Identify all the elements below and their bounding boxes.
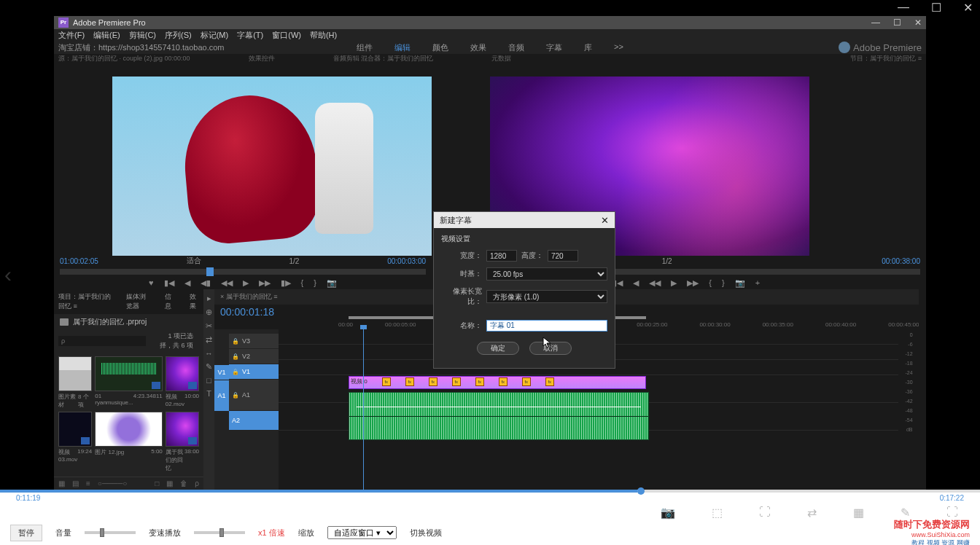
volume-slider[interactable] xyxy=(85,531,136,534)
project-item[interactable]: 属于我们的回忆38:00 xyxy=(166,412,199,472)
height-input[interactable] xyxy=(548,250,578,262)
info-tab[interactable]: 信息 xyxy=(165,292,174,311)
close-icon[interactable]: ✕ xyxy=(914,17,922,28)
lock-icon[interactable]: 🔒 xyxy=(232,392,239,399)
overwrite-icon[interactable]: } xyxy=(314,278,316,287)
switch-video-button[interactable]: 切换视频 xyxy=(410,528,442,538)
title-name-input[interactable] xyxy=(486,320,607,332)
step-back-icon[interactable]: ◀◀ xyxy=(649,278,661,288)
os-maximize-icon[interactable]: ☐ xyxy=(931,1,941,15)
dialog-title-bar[interactable]: 新建字幕 ✕ xyxy=(434,212,615,228)
expand-icon[interactable]: ⛶ xyxy=(946,506,958,519)
lock-icon[interactable]: 🔒 xyxy=(232,338,239,345)
os-minimize-icon[interactable]: — xyxy=(898,1,909,14)
zoom-select[interactable]: 自适应窗口 ▾ xyxy=(327,526,397,539)
menu-edit[interactable]: 编辑(E) xyxy=(93,30,120,41)
new-item-icon[interactable]: ▦ xyxy=(166,479,173,487)
hand-tool-icon[interactable]: □ xyxy=(206,376,211,385)
lock-icon[interactable]: 🔒 xyxy=(232,353,239,360)
in-point-icon[interactable]: ▮◀ xyxy=(164,278,174,288)
menu-marker[interactable]: 标记(M) xyxy=(201,30,229,41)
ok-button[interactable]: 确定 xyxy=(477,342,519,355)
ws-tab-audio[interactable]: 音频 xyxy=(508,42,524,53)
list-view-icon[interactable]: ▦ xyxy=(58,479,65,487)
track-v1-header[interactable]: 🔒V1 xyxy=(229,364,279,379)
project-item[interactable]: 视频 02.mov10:00 xyxy=(166,356,199,409)
step-fwd-icon[interactable]: ▶▶ xyxy=(259,278,271,288)
crop-icon[interactable]: ⬚ xyxy=(712,506,723,519)
effect-controls-tab[interactable]: 效果控件 xyxy=(249,54,275,63)
effects-tab[interactable]: 效果 xyxy=(190,292,199,311)
project-tab[interactable]: 项目：属于我们的回忆 ≡ xyxy=(58,292,112,311)
speed-slider[interactable] xyxy=(194,531,245,534)
new-bin-icon[interactable]: □ xyxy=(155,479,159,487)
step-back-icon[interactable]: ◀◀ xyxy=(221,278,233,288)
export-frame-icon[interactable]: 📷 xyxy=(327,278,337,288)
volume-rubber-band[interactable] xyxy=(357,407,641,407)
freeform-icon[interactable]: ≡ xyxy=(86,479,90,487)
project-item[interactable]: 01 ryanmusique...4:23.34811 xyxy=(95,356,163,409)
minimize-icon[interactable]: — xyxy=(871,17,880,28)
slip-tool-icon[interactable]: ↔ xyxy=(205,349,213,358)
player-progress-bar[interactable] xyxy=(0,490,980,493)
ws-tab-color[interactable]: 颜色 xyxy=(432,42,448,53)
out-point-icon[interactable]: ◀ xyxy=(633,278,639,288)
marker-icon[interactable]: ♥ xyxy=(149,278,154,287)
source-scrub-handle[interactable] xyxy=(206,267,214,276)
step-fwd-icon[interactable]: ▶▶ xyxy=(687,278,699,288)
ws-tab-editing[interactable]: 编辑 xyxy=(394,42,411,53)
os-close-icon[interactable]: ✕ xyxy=(963,1,973,15)
volume-knob[interactable] xyxy=(100,528,104,537)
icon-view-icon[interactable]: ▤ xyxy=(72,479,79,487)
source-preview-image[interactable] xyxy=(112,77,432,256)
timebase-select[interactable]: 25.00 fps xyxy=(486,267,607,281)
audio-mixer-tab[interactable]: 音频剪辑 混合器：属于我们的回忆 xyxy=(333,54,434,63)
selection-tool-icon[interactable]: ▸ xyxy=(207,294,211,303)
project-search-input[interactable] xyxy=(58,336,146,346)
audio-clip[interactable] xyxy=(349,392,649,440)
dialog-close-icon[interactable]: ✕ xyxy=(601,215,609,226)
source-half[interactable]: 1/2 xyxy=(289,257,299,265)
razor-tool-icon[interactable]: ⇄ xyxy=(206,335,212,345)
pause-button[interactable]: 暂停 xyxy=(10,525,42,541)
video-clip[interactable]: 视频 0 fx fx fx fx fx fx fx fx xyxy=(349,376,646,389)
project-item[interactable]: 图片 12.jpg5:00 xyxy=(95,412,163,472)
find-icon[interactable]: ρ xyxy=(195,479,199,487)
menu-clip[interactable]: 剪辑(C) xyxy=(129,30,156,41)
track-a1-header[interactable]: 🔒A1 xyxy=(229,380,279,410)
track-select-tool-icon[interactable]: ⊕ xyxy=(206,307,212,317)
ws-tab-libraries[interactable]: 库 xyxy=(584,42,592,53)
swap-icon[interactable]: ⇄ xyxy=(807,506,817,519)
source-scrub-bar[interactable] xyxy=(60,269,426,275)
play-icon[interactable]: ▶ xyxy=(671,278,677,288)
progress-handle[interactable] xyxy=(637,487,645,495)
export-frame-icon[interactable]: 📷 xyxy=(735,278,745,288)
add-icon[interactable]: + xyxy=(755,278,760,287)
goto-in-icon[interactable]: ◀▮ xyxy=(201,278,211,288)
extract-icon[interactable]: } xyxy=(722,278,725,287)
src-patch-a1[interactable]: A1 xyxy=(214,380,229,411)
lift-icon[interactable]: { xyxy=(709,278,712,287)
type-tool-icon[interactable]: T xyxy=(206,389,211,398)
menu-help[interactable]: 帮助(H) xyxy=(310,30,337,41)
menu-window[interactable]: 窗口(W) xyxy=(272,30,301,41)
menu-title[interactable]: 字幕(T) xyxy=(237,30,263,41)
camera-icon[interactable]: 📷 xyxy=(661,506,675,519)
grid-icon[interactable]: ▦ xyxy=(853,506,864,519)
pen-tool-icon[interactable]: ✎ xyxy=(206,362,212,372)
track-v2-header[interactable]: 🔒V2 xyxy=(229,349,279,364)
ws-tab-assembly[interactable]: 组件 xyxy=(357,42,373,53)
playhead[interactable] xyxy=(363,329,364,490)
lock-icon[interactable]: 🔒 xyxy=(232,369,239,375)
trash-icon[interactable]: 🗑 xyxy=(180,479,187,487)
prev-arrow-icon[interactable]: ‹ xyxy=(4,262,12,287)
track-a2-header[interactable]: A2 xyxy=(229,411,279,430)
speed-knob[interactable] xyxy=(219,528,224,537)
program-half[interactable]: 1/2 xyxy=(662,257,672,265)
par-select[interactable]: 方形像素 (1.0) xyxy=(486,290,607,303)
project-item[interactable]: 图片素材8 个项 xyxy=(58,356,92,409)
source-fit[interactable]: 适合 xyxy=(187,256,201,266)
metadata-tab[interactable]: 元数据 xyxy=(491,54,511,63)
menu-sequence[interactable]: 序列(S) xyxy=(165,30,192,41)
ripple-tool-icon[interactable]: ✂ xyxy=(206,321,212,331)
